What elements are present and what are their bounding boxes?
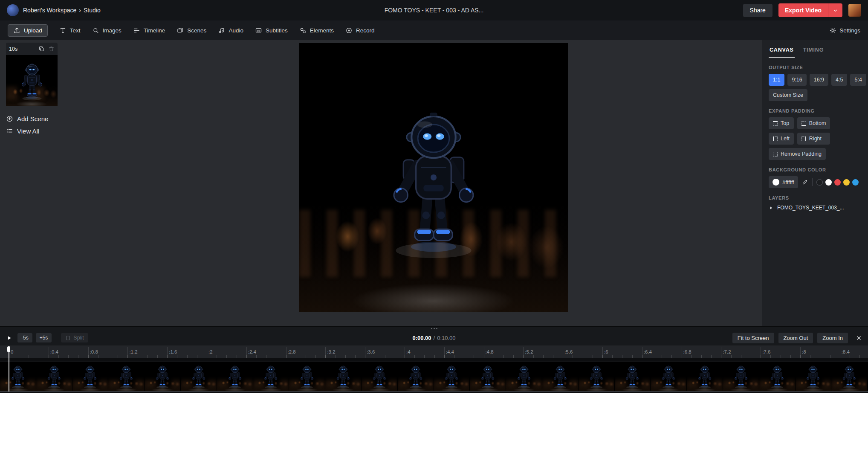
split-button[interactable]: Split: [61, 333, 88, 342]
playhead-handle[interactable]: [7, 346, 10, 352]
add-scene-button[interactable]: Add Scene: [6, 115, 105, 122]
fit-to-screen-button[interactable]: Fit to Screen: [732, 333, 774, 343]
filmstrip-frame[interactable]: [108, 362, 145, 391]
filmstrip-frame[interactable]: [434, 362, 470, 391]
robot-figure: [299, 363, 315, 389]
timeline-section: -5s +5s Split 0:00.00 / 0:10.00 Fit to S…: [0, 326, 868, 473]
filmstrip-frame[interactable]: [470, 362, 506, 391]
filmstrip-frame[interactable]: [145, 362, 181, 391]
robot-figure: [444, 363, 460, 389]
swatch-yellow[interactable]: [843, 179, 850, 186]
filmstrip-frame[interactable]: [542, 362, 579, 391]
filmstrip-frame[interactable]: [687, 362, 723, 391]
toolbar-item-upload[interactable]: Upload: [8, 24, 48, 37]
filmstrip-frame[interactable]: [362, 362, 398, 391]
export-video-button[interactable]: Export Video: [778, 3, 842, 17]
filmstrip-frame[interactable]: [325, 362, 362, 391]
video-clip-filmstrip[interactable]: [0, 362, 868, 392]
video-canvas[interactable]: [299, 43, 568, 312]
filmstrip-frame[interactable]: [181, 362, 217, 391]
toolbar-item-record[interactable]: Record: [345, 27, 375, 34]
toolbar-item-timeline[interactable]: Timeline: [133, 27, 165, 34]
breadcrumb-workspace-link[interactable]: Robert's Workspace: [23, 7, 76, 14]
layer-item[interactable]: FOMO_TOYS_KEET_003_...: [769, 205, 861, 211]
pad-left-button[interactable]: Left: [769, 133, 794, 145]
swatch-white[interactable]: [825, 179, 832, 186]
filmstrip-frame[interactable]: [615, 362, 651, 391]
workspace-avatar[interactable]: [7, 4, 19, 16]
user-avatar[interactable]: [848, 4, 861, 17]
toolbar-item-elements[interactable]: Elements: [299, 27, 334, 34]
timeline-resize-handle[interactable]: [0, 327, 868, 330]
play-button[interactable]: [6, 335, 12, 341]
filmstrip-frame[interactable]: [723, 362, 759, 391]
filmstrip-frame[interactable]: [253, 362, 289, 391]
toolbar-item-text[interactable]: Text: [59, 27, 81, 34]
tab-canvas[interactable]: CANVAS: [769, 44, 795, 58]
filmstrip-frame[interactable]: [796, 362, 832, 391]
robot-figure: [516, 363, 532, 389]
filmstrip-frame[interactable]: [398, 362, 434, 391]
zoom-out-button[interactable]: Zoom Out: [778, 333, 813, 343]
ratio-4-5-button[interactable]: 4:5: [831, 74, 847, 86]
pad-bottom-button[interactable]: Bottom: [797, 117, 830, 129]
swatch-blue[interactable]: [852, 179, 859, 186]
filmstrip-frame[interactable]: [289, 362, 325, 391]
background-color-picker[interactable]: #ffffff: [769, 176, 798, 188]
total-time: 0:10.00: [437, 335, 455, 341]
delete-scene-button[interactable]: [48, 46, 55, 52]
ruler-tick: :5.2: [523, 345, 563, 358]
filmstrip-frame[interactable]: [0, 362, 36, 391]
custom-size-button[interactable]: Custom Size: [769, 89, 807, 101]
settings-button[interactable]: Settings: [829, 27, 860, 34]
timeline-ruler[interactable]: 0 :0.4 :0.8 :1.2 :1.6 :2 :2.4 :2.8 :3.2 …: [0, 345, 868, 358]
pad-right-button[interactable]: Right: [797, 133, 830, 145]
filmstrip-frame[interactable]: [831, 362, 868, 391]
export-dropdown-button[interactable]: [828, 7, 842, 14]
pad-top-button[interactable]: Top: [769, 117, 794, 129]
ratio-9-16-button[interactable]: 9:16: [787, 74, 806, 86]
filmstrip-frame[interactable]: [72, 362, 109, 391]
duplicate-scene-button[interactable]: [38, 46, 45, 52]
zoom-in-button[interactable]: Zoom In: [817, 333, 848, 343]
robot-figure[interactable]: [383, 99, 484, 261]
forward-5s-button[interactable]: +5s: [36, 333, 52, 342]
scene-thumbnail[interactable]: [6, 55, 58, 106]
filmstrip-frame[interactable]: [759, 362, 796, 391]
play-icon: [6, 335, 12, 341]
ratio-5-4-button[interactable]: 5:4: [850, 74, 866, 86]
filmstrip-frame[interactable]: [217, 362, 253, 391]
pad-none-icon: [773, 152, 778, 157]
share-button[interactable]: Share: [743, 4, 773, 17]
timeline-view-controls: Fit to Screen Zoom Out Zoom In: [732, 333, 862, 343]
panel-tabs: CANVAS TIMING: [769, 44, 861, 58]
playhead-line: [9, 346, 9, 392]
editor-stage: [105, 40, 762, 326]
view-all-button[interactable]: View All: [6, 128, 105, 135]
expand-padding-buttons: Top Bottom Left Right: [769, 117, 861, 145]
filmstrip-frame[interactable]: [36, 362, 72, 391]
tab-timing[interactable]: TIMING: [802, 44, 825, 58]
ratio-1-1-button[interactable]: 1:1: [769, 74, 784, 86]
project-title[interactable]: FOMO TOYS - KEET - 003 - AD AS...: [385, 7, 484, 14]
ruler-tick: :8: [800, 345, 840, 358]
filmstrip-frame[interactable]: [579, 362, 615, 391]
robot-figure: [82, 363, 98, 389]
filmstrip-frame[interactable]: [651, 362, 687, 391]
toolbar-item-images[interactable]: Images: [92, 27, 122, 34]
close-timeline-button[interactable]: [856, 335, 862, 341]
scene-card[interactable]: 10s: [6, 43, 58, 106]
toolbar-label: Images: [103, 27, 122, 34]
filmstrip-frame[interactable]: [506, 362, 542, 391]
toolbar-item-audio[interactable]: Audio: [218, 27, 243, 34]
toolbar-item-scenes[interactable]: Scenes: [176, 27, 206, 34]
rewind-5s-button[interactable]: -5s: [17, 333, 32, 342]
ratio-16-9-button[interactable]: 16:9: [810, 74, 828, 86]
timeline-track-area[interactable]: [0, 393, 868, 473]
gear-icon: [829, 27, 836, 34]
swatch-red[interactable]: [834, 179, 841, 186]
remove-padding-button[interactable]: Remove Padding: [769, 148, 826, 160]
swatch-black[interactable]: [816, 179, 823, 186]
eyedropper-button[interactable]: [802, 179, 808, 186]
toolbar-item-subtitles[interactable]: Subtitles: [255, 27, 288, 34]
